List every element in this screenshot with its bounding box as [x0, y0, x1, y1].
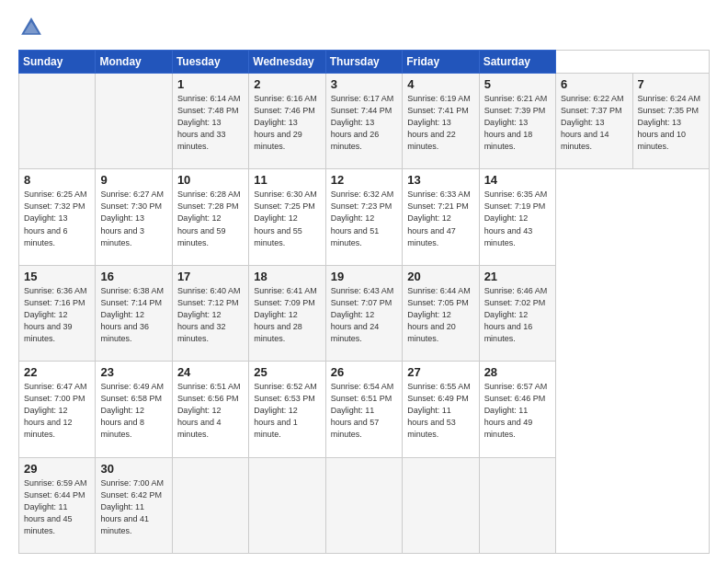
calendar-week-row: 8Sunrise: 6:25 AMSunset: 7:32 PMDaylight…	[19, 169, 710, 265]
day-info: Sunrise: 6:24 AMSunset: 7:35 PMDaylight:…	[638, 93, 705, 153]
day-info: Sunrise: 6:59 AMSunset: 6:44 PMDaylight:…	[24, 477, 90, 537]
calendar-cell: 16Sunrise: 6:38 AMSunset: 7:14 PMDayligh…	[96, 265, 172, 361]
calendar-cell: 9Sunrise: 6:27 AMSunset: 7:30 PMDaylight…	[96, 169, 172, 265]
calendar-cell	[479, 457, 555, 553]
day-number: 17	[177, 270, 244, 283]
day-info: Sunrise: 6:41 AMSunset: 7:09 PMDaylight:…	[254, 285, 320, 345]
calendar-cell: 18Sunrise: 6:41 AMSunset: 7:09 PMDayligh…	[249, 265, 325, 361]
day-info: Sunrise: 7:00 AMSunset: 6:42 PMDaylight:…	[100, 477, 166, 537]
calendar-cell	[172, 457, 248, 553]
day-number: 6	[561, 77, 627, 91]
day-number: 28	[484, 365, 551, 379]
day-number: 1	[177, 77, 244, 91]
calendar-header-row: SundayMondayTuesdayWednesdayThursdayFrid…	[19, 51, 710, 74]
calendar-cell	[249, 457, 325, 553]
header	[18, 15, 710, 40]
calendar-header-friday: Friday	[403, 51, 479, 74]
day-number: 20	[407, 270, 473, 283]
day-number: 22	[24, 365, 90, 379]
page: SundayMondayTuesdayWednesdayThursdayFrid…	[0, 0, 728, 563]
day-number: 13	[407, 173, 473, 187]
day-info: Sunrise: 6:36 AMSunset: 7:16 PMDaylight:…	[24, 285, 90, 345]
calendar-cell: 21Sunrise: 6:46 AMSunset: 7:02 PMDayligh…	[479, 265, 555, 361]
day-number: 19	[331, 270, 397, 283]
day-number: 9	[100, 173, 166, 187]
logo-icon	[18, 15, 44, 40]
calendar-cell: 3Sunrise: 6:17 AMSunset: 7:44 PMDaylight…	[325, 74, 402, 169]
calendar-cell: 5Sunrise: 6:21 AMSunset: 7:39 PMDaylight…	[479, 74, 555, 169]
day-info: Sunrise: 6:43 AMSunset: 7:07 PMDaylight:…	[331, 285, 397, 345]
calendar-cell: 7Sunrise: 6:24 AMSunset: 7:35 PMDaylight…	[632, 74, 710, 169]
day-info: Sunrise: 6:19 AMSunset: 7:41 PMDaylight:…	[407, 93, 473, 153]
calendar-cell: 27Sunrise: 6:55 AMSunset: 6:49 PMDayligh…	[403, 362, 479, 457]
day-info: Sunrise: 6:52 AMSunset: 6:53 PMDaylight:…	[254, 381, 320, 441]
day-number: 5	[484, 77, 551, 91]
day-info: Sunrise: 6:27 AMSunset: 7:30 PMDaylight:…	[100, 189, 166, 248]
day-info: Sunrise: 6:17 AMSunset: 7:44 PMDaylight:…	[331, 93, 397, 153]
calendar-cell: 8Sunrise: 6:25 AMSunset: 7:32 PMDaylight…	[19, 169, 96, 265]
day-info: Sunrise: 6:14 AMSunset: 7:48 PMDaylight:…	[177, 93, 244, 153]
day-info: Sunrise: 6:25 AMSunset: 7:32 PMDaylight:…	[24, 189, 90, 248]
calendar-week-row: 15Sunrise: 6:36 AMSunset: 7:16 PMDayligh…	[19, 265, 710, 361]
day-info: Sunrise: 6:28 AMSunset: 7:28 PMDaylight:…	[177, 189, 244, 248]
day-number: 25	[254, 365, 320, 379]
calendar-cell: 15Sunrise: 6:36 AMSunset: 7:16 PMDayligh…	[19, 265, 96, 361]
day-info: Sunrise: 6:47 AMSunset: 7:00 PMDaylight:…	[24, 381, 90, 441]
calendar-week-row: 1Sunrise: 6:14 AMSunset: 7:48 PMDaylight…	[19, 74, 710, 169]
calendar-cell: 30Sunrise: 7:00 AMSunset: 6:42 PMDayligh…	[96, 457, 172, 553]
day-number: 7	[638, 77, 705, 91]
calendar-cell	[403, 457, 479, 553]
calendar-cell: 4Sunrise: 6:19 AMSunset: 7:41 PMDaylight…	[403, 74, 479, 169]
day-number: 16	[100, 270, 166, 283]
calendar-cell: 23Sunrise: 6:49 AMSunset: 6:58 PMDayligh…	[96, 362, 172, 457]
calendar-cell: 2Sunrise: 6:16 AMSunset: 7:46 PMDaylight…	[249, 74, 325, 169]
calendar-cell: 22Sunrise: 6:47 AMSunset: 7:00 PMDayligh…	[19, 362, 96, 457]
calendar-header-monday: Monday	[96, 51, 172, 74]
calendar-table: SundayMondayTuesdayWednesdayThursdayFrid…	[18, 50, 710, 554]
day-number: 11	[254, 173, 320, 187]
calendar-header-sunday: Sunday	[19, 51, 96, 74]
calendar-cell: 17Sunrise: 6:40 AMSunset: 7:12 PMDayligh…	[172, 265, 248, 361]
day-info: Sunrise: 6:16 AMSunset: 7:46 PMDaylight:…	[254, 93, 320, 153]
day-info: Sunrise: 6:22 AMSunset: 7:37 PMDaylight:…	[561, 93, 627, 153]
day-number: 27	[407, 365, 473, 379]
day-info: Sunrise: 6:40 AMSunset: 7:12 PMDaylight:…	[177, 285, 244, 345]
day-number: 30	[100, 462, 166, 476]
calendar-header-tuesday: Tuesday	[172, 51, 248, 74]
calendar-cell: 26Sunrise: 6:54 AMSunset: 6:51 PMDayligh…	[325, 362, 402, 457]
day-info: Sunrise: 6:38 AMSunset: 7:14 PMDaylight:…	[100, 285, 166, 345]
calendar-week-row: 29Sunrise: 6:59 AMSunset: 6:44 PMDayligh…	[19, 457, 710, 553]
day-number: 8	[24, 173, 90, 187]
calendar-week-row: 22Sunrise: 6:47 AMSunset: 7:00 PMDayligh…	[19, 362, 710, 457]
day-info: Sunrise: 6:33 AMSunset: 7:21 PMDaylight:…	[407, 189, 473, 248]
calendar-header-thursday: Thursday	[325, 51, 402, 74]
day-info: Sunrise: 6:35 AMSunset: 7:19 PMDaylight:…	[484, 189, 551, 248]
calendar-cell: 6Sunrise: 6:22 AMSunset: 7:37 PMDaylight…	[556, 74, 632, 169]
calendar-cell: 19Sunrise: 6:43 AMSunset: 7:07 PMDayligh…	[325, 265, 402, 361]
calendar-cell	[19, 74, 96, 169]
day-number: 26	[331, 365, 397, 379]
day-info: Sunrise: 6:30 AMSunset: 7:25 PMDaylight:…	[254, 189, 320, 248]
calendar-cell: 10Sunrise: 6:28 AMSunset: 7:28 PMDayligh…	[172, 169, 248, 265]
day-number: 24	[177, 365, 244, 379]
day-number: 12	[331, 173, 397, 187]
calendar-cell	[96, 74, 172, 169]
day-number: 2	[254, 77, 320, 91]
calendar-cell: 14Sunrise: 6:35 AMSunset: 7:19 PMDayligh…	[479, 169, 555, 265]
day-info: Sunrise: 6:54 AMSunset: 6:51 PMDaylight:…	[331, 381, 397, 441]
day-info: Sunrise: 6:51 AMSunset: 6:56 PMDaylight:…	[177, 381, 244, 441]
day-number: 3	[331, 77, 397, 91]
calendar-cell: 29Sunrise: 6:59 AMSunset: 6:44 PMDayligh…	[19, 457, 96, 553]
day-number: 10	[177, 173, 244, 187]
calendar-cell: 11Sunrise: 6:30 AMSunset: 7:25 PMDayligh…	[249, 169, 325, 265]
calendar-cell: 1Sunrise: 6:14 AMSunset: 7:48 PMDaylight…	[172, 74, 248, 169]
calendar-header-wednesday: Wednesday	[249, 51, 325, 74]
day-number: 14	[484, 173, 551, 187]
day-info: Sunrise: 6:32 AMSunset: 7:23 PMDaylight:…	[331, 189, 397, 248]
day-info: Sunrise: 6:46 AMSunset: 7:02 PMDaylight:…	[484, 285, 551, 345]
calendar-cell: 28Sunrise: 6:57 AMSunset: 6:46 PMDayligh…	[479, 362, 555, 457]
day-number: 15	[24, 270, 90, 283]
calendar-cell: 12Sunrise: 6:32 AMSunset: 7:23 PMDayligh…	[325, 169, 402, 265]
day-number: 18	[254, 270, 320, 283]
day-number: 4	[407, 77, 473, 91]
